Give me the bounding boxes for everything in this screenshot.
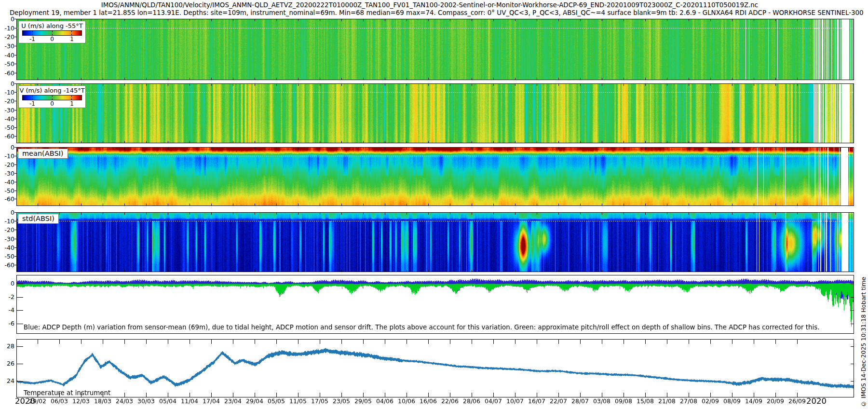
y-tick-label: 28 — [0, 343, 14, 349]
y-tick-label: -60 — [0, 196, 14, 202]
y-tick-label: -50 — [0, 188, 14, 194]
x-tick-label: 09/08 — [615, 397, 632, 405]
y-tick-mark — [14, 230, 16, 230]
panel-depth-variation: Blue: ADCP Depth (m) variation from sens… — [16, 275, 854, 334]
y-tick-mark — [14, 173, 16, 174]
y-tick-mark — [14, 147, 16, 148]
x-tick-label: 22/06 — [441, 397, 459, 405]
y-tick-mark — [14, 191, 16, 191]
colorbar-tick-label: 1 — [70, 100, 74, 107]
u-legend-title: U (m/s) along -55°T — [19, 22, 85, 29]
y-tick-mark — [14, 119, 16, 119]
y-tick-mark — [14, 28, 16, 28]
y-tick-label: 26 — [0, 360, 14, 367]
x-tick-label: 21/08 — [658, 397, 676, 405]
x-tick-label: 16/06 — [420, 397, 437, 405]
y-tick-label: 24 — [0, 378, 14, 384]
v-colorbar-ticks: -1 0 1 — [19, 100, 85, 107]
x-tick-label: 16/07 — [528, 397, 545, 405]
y-tick-mark — [14, 199, 16, 199]
imos-watermark: © IMOS 14-Dec-2025 10:31:18 Hobart time — [860, 277, 867, 407]
y-tick-label: -2 — [0, 294, 14, 300]
x-tick-label: 22/07 — [550, 397, 567, 405]
y-tick-mark — [14, 37, 16, 37]
y-tick-mark — [14, 212, 16, 213]
x-axis-year-left: 2020 — [15, 396, 35, 406]
x-tick-label: 12/03 — [72, 397, 90, 405]
y-tick-label: 0 — [0, 280, 14, 287]
y-tick-label: -30 — [0, 170, 14, 177]
x-tick-label: 30/03 — [137, 397, 155, 405]
y-tick-mark — [14, 239, 16, 239]
y-tick-mark — [14, 265, 16, 265]
y-tick-label: -60 — [0, 133, 14, 139]
u-legend: U (m/s) along -55°T -1 0 1 — [18, 21, 86, 43]
figure-subtitle: Deployment 19, member 1 lat=21.85S lon=1… — [10, 9, 864, 16]
x-axis: 29/0206/0312/0318/0324/0330/0305/0411/04… — [0, 397, 868, 407]
y-tick-mark — [14, 164, 16, 165]
x-tick-label: 04/06 — [376, 397, 393, 405]
x-tick-label: 23/04 — [224, 397, 242, 405]
y-tick-label: -40 — [0, 245, 14, 251]
y-tick-mark — [14, 64, 16, 64]
mean-absi-heatmap-canvas — [17, 148, 854, 205]
y-tick-label: -40 — [0, 116, 14, 122]
y-tick-mark — [14, 19, 16, 19]
y-tick-label: -50 — [0, 124, 14, 131]
x-tick-label: 14/09 — [745, 397, 762, 405]
y-tick-mark — [14, 46, 16, 46]
y-tick-label: -50 — [0, 253, 14, 260]
y-tick-label: -30 — [0, 236, 14, 242]
y-tick-label: 0 — [0, 16, 14, 22]
x-tick-label: 26/09 — [788, 397, 806, 405]
y-tick-label: 0 — [0, 144, 14, 150]
panel-u-velocity: U (m/s) along -55°T -1 0 1 — [16, 19, 854, 80]
colorbar-tick-label: -1 — [29, 36, 35, 42]
x-tick-label: 11/05 — [289, 397, 307, 405]
y-tick-mark — [14, 136, 16, 137]
x-tick-label: 06/03 — [51, 397, 68, 405]
x-tick-label: 04/07 — [485, 397, 502, 405]
y-tick-label: -40 — [0, 179, 14, 185]
colorbar-tick-label: 1 — [70, 36, 74, 42]
y-tick-label: -10 — [0, 153, 14, 159]
figure: IMOS/ANMN/QLD/TAN100/Velocity/IMOS_ANMN-… — [0, 0, 868, 410]
panel-v-velocity: V (m/s) along -145°T -1 0 1 — [16, 83, 854, 143]
colorbar-tick-label: 0 — [50, 100, 54, 107]
panel-mean-absi: mean(ABSI) — [16, 147, 854, 206]
v-legend: V (m/s) along -145°T -1 0 1 — [18, 85, 86, 108]
y-tick-mark — [14, 110, 16, 110]
x-tick-label: 18/03 — [94, 397, 111, 405]
std-absi-label: std(ABSI) — [18, 214, 59, 224]
y-tick-label: -20 — [0, 227, 14, 233]
y-tick-label: 0 — [0, 81, 14, 87]
y-tick-label: 0 — [0, 209, 14, 216]
colorbar-tick-label: -1 — [29, 100, 35, 107]
panel-std-absi: std(ABSI) — [16, 212, 854, 272]
u-colorbar — [22, 30, 82, 36]
x-tick-label: 24/03 — [116, 397, 133, 405]
x-tick-label: 17/04 — [203, 397, 220, 405]
y-tick-label: -10 — [0, 25, 14, 31]
temperature-label: Temperature at instrument — [24, 389, 110, 396]
x-tick-label: 10/07 — [506, 397, 524, 405]
x-tick-label: 17/05 — [311, 397, 328, 405]
y-tick-label: -60 — [0, 262, 14, 268]
x-tick-label: 29/04 — [246, 397, 263, 405]
x-tick-label: 08/09 — [723, 397, 741, 405]
mean-absi-label: mean(ABSI) — [18, 149, 68, 159]
x-tick-label: 05/05 — [268, 397, 285, 405]
y-tick-mark — [14, 247, 16, 248]
panel-temperature: Temperature at instrument — [16, 339, 854, 397]
y-tick-label: -30 — [0, 43, 14, 49]
x-tick-label: 11/04 — [181, 397, 198, 405]
depth-variation-note: Blue: ADCP Depth (m) variation from sens… — [24, 324, 819, 331]
y-tick-label: -20 — [0, 34, 14, 40]
y-tick-label: -30 — [0, 107, 14, 113]
u-colorbar-ticks: -1 0 1 — [19, 36, 85, 42]
u-heatmap-canvas — [17, 19, 854, 80]
x-tick-label: 23/05 — [333, 397, 350, 405]
x-tick-label: 29/05 — [354, 397, 372, 405]
v-heatmap-canvas — [17, 84, 854, 143]
v-colorbar — [22, 95, 82, 100]
